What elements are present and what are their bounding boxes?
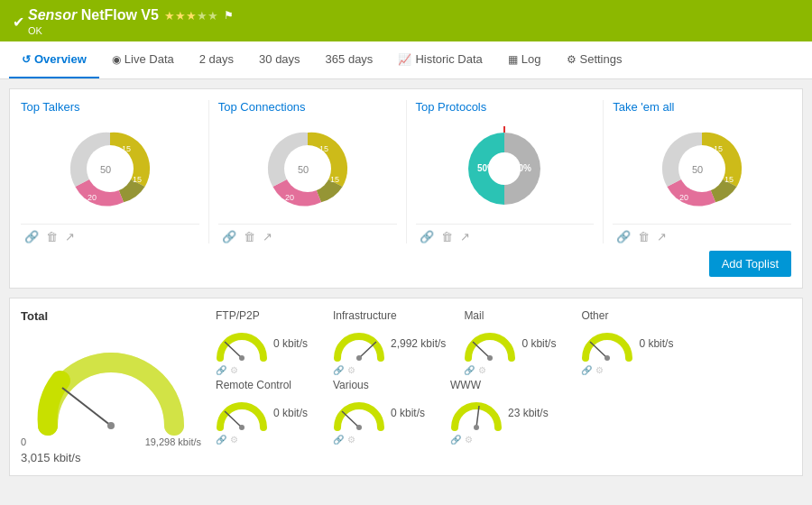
log-icon: ▦ (508, 53, 518, 66)
various-value: 0 kbit/s (391, 407, 425, 419)
link-icon[interactable]: 🔗 (420, 230, 434, 243)
other-settings-icon[interactable]: ⚙ (595, 365, 604, 375)
ftp-link-icon[interactable]: 🔗 (216, 365, 226, 375)
external-icon[interactable]: ↗ (657, 230, 667, 243)
tab-overview[interactable]: ↺ Overview (9, 41, 99, 78)
various-settings-icon[interactable]: ⚙ (347, 435, 355, 445)
total-label: Total (21, 309, 48, 323)
status-badge: OK (28, 25, 234, 36)
svg-text:50: 50 (298, 164, 309, 175)
svg-text:20: 20 (88, 193, 97, 202)
charts-row: Top Talkers (21, 100, 791, 243)
svg-text:15: 15 (122, 144, 131, 153)
remote-value: 0 kbit/s (273, 407, 308, 419)
tab-365days[interactable]: 365 days (313, 41, 386, 78)
delete-icon[interactable]: 🗑 (638, 230, 650, 243)
external-icon[interactable]: ↗ (263, 230, 272, 243)
top-protocols-area: 50% 50% 🔗 🗑 ↗ (416, 119, 595, 243)
www-value: 23 kbit/s (508, 407, 549, 419)
remote-icons: 🔗 ⚙ (216, 435, 315, 445)
tab-log[interactable]: ▦ Log (495, 41, 554, 78)
link-icon[interactable]: 🔗 (222, 230, 236, 243)
svg-point-24 (356, 355, 362, 361)
top-talkers-title: Top Talkers (21, 100, 80, 114)
link-icon[interactable]: 🔗 (24, 230, 39, 243)
gauge-min: 0 (21, 436, 26, 447)
external-icon[interactable]: ↗ (460, 230, 470, 243)
svg-line-21 (225, 342, 242, 358)
remote-settings-icon[interactable]: ⚙ (230, 435, 238, 445)
check-icon: ✔ (13, 14, 24, 31)
top-talkers-area: 15 15 20 50 🔗 🗑 ↗ (21, 119, 199, 243)
sensor-title: Sensor NetFlow V5 (28, 7, 159, 23)
other-value: 0 kbit/s (639, 337, 673, 350)
delete-icon[interactable]: 🗑 (244, 230, 255, 243)
infra-link-icon[interactable]: 🔗 (333, 365, 344, 375)
ftp-value: 0 kbit/s (273, 337, 308, 350)
remote-link-icon[interactable]: 🔗 (216, 435, 226, 445)
www-link-icon[interactable]: 🔗 (450, 435, 461, 445)
main-content: Top Talkers (0, 79, 812, 485)
other-link-icon[interactable]: 🔗 (581, 365, 592, 375)
bottom-section: Total 0 19,298 (9, 298, 803, 476)
top-connections-donut: 15 15 20 50 (254, 119, 362, 218)
various-label: Various (333, 379, 432, 391)
tab-live-data[interactable]: ◉ Live Data (99, 41, 187, 78)
gauges-grid: FTP/P2P 0 kbit/s 🔗 ⚙ (216, 309, 791, 445)
tab-30days[interactable]: 30 days (246, 41, 313, 78)
star-rating: ★★★★★ (164, 9, 218, 23)
svg-text:50: 50 (692, 164, 703, 175)
svg-line-25 (473, 342, 490, 358)
svg-point-26 (487, 355, 493, 361)
gauge-www: WWW 23 kbit/s 🔗 ⚙ (450, 379, 549, 445)
svg-text:15: 15 (330, 175, 339, 184)
www-settings-icon[interactable]: ⚙ (465, 435, 473, 445)
other-bottom: 0 kbit/s (581, 324, 680, 362)
various-icons: 🔗 ⚙ (333, 435, 432, 445)
infra-icons: 🔗 ⚙ (333, 365, 446, 375)
infra-value: 2,992 kbit/s (391, 337, 446, 350)
delete-icon[interactable]: 🗑 (441, 230, 453, 243)
big-gauge (30, 326, 192, 435)
take-em-all-donut: 15 15 20 50 (648, 119, 756, 218)
svg-text:15: 15 (319, 144, 328, 153)
tab-2days[interactable]: 2 days (187, 41, 246, 78)
other-label: Other (581, 309, 680, 322)
livedata-icon: ◉ (112, 53, 121, 66)
various-link-icon[interactable]: 🔗 (333, 435, 344, 445)
flag-icon: ⚑ (224, 9, 234, 22)
svg-text:20: 20 (285, 193, 294, 202)
gauge-remote-control: Remote Control 0 kbit/s 🔗 ⚙ (216, 379, 315, 445)
infra-bottom: 2,992 kbit/s (333, 324, 446, 362)
gauge-other: Other 0 kbit/s 🔗 ⚙ (581, 309, 680, 375)
ftp-label: FTP/P2P (216, 309, 315, 322)
header: ✔ Sensor NetFlow V5 ★★★★★ ⚑ OK (0, 0, 812, 41)
top-protocols-icons: 🔗 🗑 ↗ (416, 224, 595, 243)
add-toplist-button[interactable]: Add Toplist (709, 251, 791, 277)
svg-text:15: 15 (724, 175, 734, 184)
mail-link-icon[interactable]: 🔗 (464, 365, 475, 375)
link-icon[interactable]: 🔗 (616, 230, 631, 243)
ftp-settings-icon[interactable]: ⚙ (230, 365, 238, 375)
svg-text:15: 15 (133, 175, 142, 184)
svg-point-28 (604, 355, 610, 361)
other-icons: 🔗 ⚙ (581, 365, 680, 375)
gauge-ftp-p2p: FTP/P2P 0 kbit/s 🔗 ⚙ (216, 309, 315, 375)
infra-settings-icon[interactable]: ⚙ (347, 365, 355, 375)
delete-icon[interactable]: 🗑 (46, 230, 58, 243)
svg-line-27 (590, 342, 607, 358)
svg-line-19 (62, 388, 111, 426)
settings-icon: ⚙ (567, 53, 577, 66)
external-icon[interactable]: ↗ (65, 230, 75, 243)
gauges-row-2: Remote Control 0 kbit/s 🔗 ⚙ (216, 379, 791, 445)
svg-point-22 (239, 355, 245, 361)
tab-historic-data[interactable]: 📈 Historic Data (385, 41, 494, 78)
svg-line-23 (359, 342, 376, 358)
mail-icons: 🔗 ⚙ (464, 365, 563, 375)
svg-line-29 (225, 411, 242, 427)
svg-point-20 (107, 422, 115, 429)
mail-settings-icon[interactable]: ⚙ (478, 365, 486, 375)
various-bottom: 0 kbit/s (333, 393, 432, 431)
tab-settings[interactable]: ⚙ Settings (554, 41, 635, 78)
add-toplist-row: Add Toplist (21, 251, 791, 277)
